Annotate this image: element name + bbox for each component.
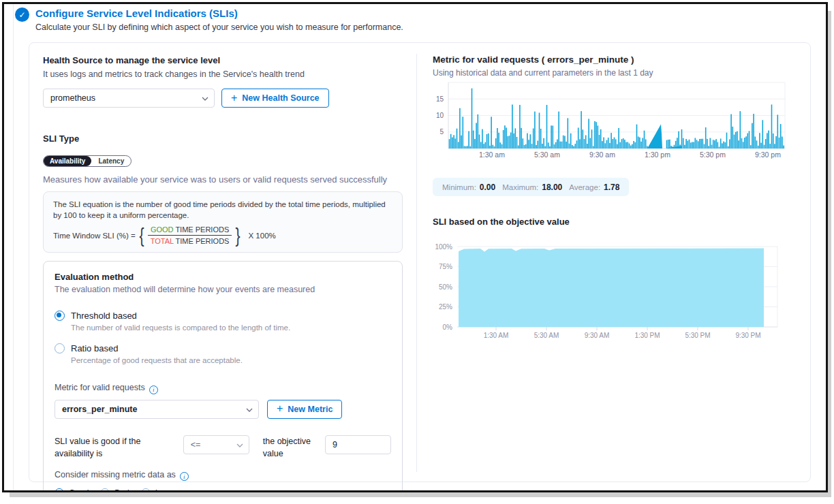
page-title: Configure Service Level Indicatiors (SLI… [35, 7, 238, 19]
plus-icon: + [231, 93, 237, 104]
missing-option-good[interactable]: Good [55, 488, 89, 492]
maximum-label: Maximum: [502, 183, 538, 191]
sli-equation: Time Window SLI (%) = { GOOD TIME PERIOD… [53, 225, 392, 245]
objective-value-input[interactable] [325, 435, 391, 454]
stepper-rail [13, 2, 14, 490]
good-label: Good [69, 488, 89, 492]
svg-text:0%: 0% [443, 324, 453, 331]
config-column: Health Source to manage the service leve… [43, 43, 403, 492]
sli-type-description: Measures how available your service was … [43, 174, 403, 185]
check-glyph: ✓ [18, 10, 25, 20]
column-divider [416, 54, 417, 472]
objective-prefix-label: SLI value is good if the availability is [55, 435, 172, 460]
threshold-label: Threshold based [71, 311, 290, 321]
minimum-value: 0.00 [480, 183, 495, 192]
info-icon[interactable]: i [149, 385, 158, 394]
sli-type-heading: SLI Type [43, 133, 403, 144]
ratio-label: Ratio based [71, 343, 243, 353]
health-source-description: It uses logs and metrics to track change… [43, 69, 403, 79]
svg-text:5: 5 [439, 128, 444, 136]
sli-area-chart: 100%75%50%25%0%1:30 AM5:30 AM9:30 AM1:30… [433, 240, 787, 343]
ignore-label: Ignore [155, 488, 179, 492]
minimum-label: Minimum: [442, 183, 476, 191]
chevron-down-icon [202, 97, 208, 101]
sli-equation-box: The SLI equation is the number of good t… [43, 191, 403, 253]
metric-for-valid-requests-label: Metric for valid requests [55, 383, 145, 392]
sli-config-card: Health Source to manage the service leve… [29, 42, 811, 482]
svg-text:5:30 AM: 5:30 AM [534, 332, 559, 339]
sli-equation-description: The SLI equation is the number of good t… [53, 199, 392, 221]
equation-fraction: GOOD TIME PERIODS TOTAL TIME PERIODS [148, 225, 232, 245]
sli-chart-heading: SLI based on the objective value [433, 217, 806, 227]
missing-option-ignore[interactable]: Ignore [141, 488, 179, 492]
evaluation-description: The evaluation method will determine how… [55, 285, 391, 294]
sli-type-availability-pill[interactable]: Availability [44, 156, 91, 166]
svg-text:1:30 AM: 1:30 AM [484, 332, 509, 339]
metric-chart-title: Metric for valid requests ( errors_per_m… [433, 54, 806, 65]
comparator-select[interactable]: <= [183, 435, 249, 454]
app-window: ✓ Configure Service Level Indicatiors (S… [2, 2, 828, 492]
sli-type-latency-pill[interactable]: Latency [91, 156, 131, 166]
new-metric-button[interactable]: + New Metric [267, 400, 342, 419]
svg-text:9:30 pm: 9:30 pm [755, 151, 781, 159]
new-health-source-button[interactable]: + New Health Source [221, 89, 329, 108]
evaluation-heading: Evaluation method [55, 272, 391, 282]
svg-text:5:30 pm: 5:30 pm [700, 151, 726, 159]
svg-text:1:30 PM: 1:30 PM [634, 332, 660, 339]
total-term: TOTAL [151, 237, 174, 245]
new-metric-label: New Metric [288, 405, 333, 414]
svg-text:25%: 25% [439, 303, 452, 311]
svg-text:9:30 PM: 9:30 PM [735, 332, 760, 339]
objective-suffix-label: the objective value [263, 435, 316, 460]
equation-lhs: Time Window SLI (%) = [53, 232, 136, 240]
new-health-source-label: New Health Source [242, 93, 319, 103]
right-brace: } [236, 226, 241, 245]
svg-text:100%: 100% [435, 243, 452, 251]
chevron-down-icon [236, 443, 243, 447]
metric-chart-subtitle: Using historical data and current parame… [433, 68, 806, 78]
svg-text:75%: 75% [439, 263, 452, 270]
svg-text:1:30 pm: 1:30 pm [645, 151, 670, 159]
bad-radio[interactable] [100, 488, 110, 492]
threshold-radio[interactable] [55, 311, 65, 321]
svg-text:10: 10 [436, 112, 444, 119]
svg-text:9:30 AM: 9:30 AM [585, 332, 610, 339]
threshold-description: The number of valid requests is compared… [71, 324, 290, 332]
sli-type-toggle: Availability Latency [43, 155, 132, 167]
preview-column: Metric for valid requests ( errors_per_m… [433, 43, 806, 343]
missing-metric-label: Consider missing metric data as [55, 470, 176, 479]
left-brace: { [139, 226, 144, 245]
metric-timeseries-chart: 151051:30 am5:30 am9:30 am1:30 pm5:30 pm… [433, 80, 787, 161]
denominator-rest: TIME PERIODS [174, 237, 230, 245]
bad-label: Bad [114, 488, 129, 492]
svg-text:50%: 50% [439, 283, 452, 291]
health-source-value: prometheus [50, 93, 95, 103]
ratio-description: Percentage of good requests that are acc… [71, 356, 243, 364]
equation-rhs: X 100% [248, 232, 275, 240]
comparator-value: <= [191, 439, 201, 451]
svg-text:5:30 PM: 5:30 PM [685, 332, 710, 339]
page-subtitle: Calculate your SLI by defining which asp… [35, 22, 403, 32]
average-label: Average: [569, 183, 600, 191]
good-term: GOOD [151, 225, 174, 234]
average-value: 1.78 [604, 183, 619, 192]
health-source-select[interactable]: prometheus [43, 89, 215, 108]
missing-option-bad[interactable]: Bad [100, 488, 129, 492]
ignore-radio[interactable] [141, 488, 151, 492]
svg-text:1:30 am: 1:30 am [479, 151, 505, 159]
plus-icon: + [277, 403, 283, 414]
info-icon[interactable]: i [180, 472, 189, 481]
ratio-radio[interactable] [55, 343, 65, 353]
step-complete-check-icon: ✓ [15, 7, 29, 22]
evaluation-method-box: Evaluation method The evaluation method … [43, 261, 403, 492]
metric-stats-badge: Minimum:0.00 Maximum:18.00 Average:1.78 [433, 178, 629, 196]
valid-requests-metric-select[interactable]: errors_per_minute [55, 400, 259, 419]
metric-value: errors_per_minute [62, 405, 137, 414]
svg-text:15: 15 [436, 95, 444, 103]
good-radio[interactable] [55, 488, 64, 492]
svg-text:5:30 am: 5:30 am [534, 151, 560, 159]
health-source-heading: Health Source to manage the service leve… [43, 55, 403, 65]
svg-text:9:30 am: 9:30 am [589, 151, 615, 159]
numerator-rest: TIME PERIODS [174, 225, 230, 234]
maximum-value: 18.00 [542, 183, 562, 192]
